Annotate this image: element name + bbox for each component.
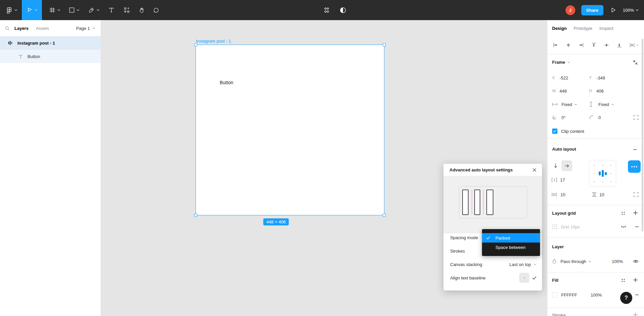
chevron-down-icon: [57, 9, 60, 11]
direction-vertical-button[interactable]: [550, 160, 561, 171]
panel-scrollbar[interactable]: [642, 39, 643, 231]
align-vertical-center-icon[interactable]: [604, 42, 609, 48]
item-spacing-input[interactable]: 17: [560, 177, 565, 182]
text-tool-button[interactable]: [105, 0, 118, 20]
component-actions-button[interactable]: [319, 0, 334, 20]
pen-tool-button[interactable]: [85, 0, 103, 20]
independent-corners-icon[interactable]: [633, 115, 639, 120]
page-selector[interactable]: Page 1: [76, 26, 95, 31]
vertical-padding-input[interactable]: 10: [599, 192, 604, 197]
tab-inspect[interactable]: Inspect: [599, 26, 613, 31]
horizontal-padding-input[interactable]: 10: [560, 192, 565, 197]
add-layout-grid-icon[interactable]: [633, 210, 638, 215]
avatar[interactable]: J: [566, 5, 575, 15]
direction-horizontal-button[interactable]: [561, 160, 572, 171]
chevron-down-icon: [588, 260, 591, 262]
layer-opacity-input[interactable]: 100%: [612, 259, 623, 264]
layout-grid-row[interactable]: Grid 10px: [552, 221, 641, 232]
align-top-icon[interactable]: [591, 42, 597, 48]
selected-frame[interactable]: Button: [196, 45, 384, 215]
rotation-radius-row: 0° 0: [552, 112, 641, 122]
blend-mode-dropdown[interactable]: Pass through: [560, 259, 591, 264]
remove-grid-icon[interactable]: [635, 224, 639, 229]
grid-styles-icon[interactable]: [621, 211, 625, 215]
chevron-down-icon: [636, 9, 639, 11]
add-stroke-icon[interactable]: [633, 312, 638, 316]
resize-handle-se[interactable]: [383, 214, 386, 217]
resize-handle-ne[interactable]: [383, 43, 386, 46]
rotation-input[interactable]: 0°: [561, 115, 566, 120]
comment-tool-button[interactable]: [149, 0, 163, 20]
mask-contrast-button[interactable]: [335, 0, 350, 20]
eye-icon[interactable]: [633, 259, 639, 263]
y-input[interactable]: -349: [596, 75, 605, 81]
text-tool-icon: [108, 7, 114, 13]
layer-row-text[interactable]: Button: [0, 50, 101, 63]
layers-panel-header: Layers Assets Page 1: [0, 20, 101, 36]
align-left-icon[interactable]: [553, 42, 558, 48]
layer-header: Layer: [552, 244, 564, 249]
diamond-cluster-icon: [323, 6, 331, 14]
fill-opacity-input[interactable]: 100%: [591, 293, 602, 298]
search-icon[interactable]: [5, 26, 10, 31]
fill-color-swatch[interactable]: [552, 292, 557, 298]
tab-assets[interactable]: Assets: [36, 26, 49, 31]
layer-row-frame[interactable]: Instagram post - 1: [0, 36, 101, 50]
width-input[interactable]: 448: [559, 89, 567, 94]
resize-handle-nw[interactable]: [194, 43, 197, 46]
chevron-down-icon: [567, 61, 570, 63]
tab-layers[interactable]: Layers: [14, 26, 29, 31]
resources-tool-button[interactable]: [119, 0, 134, 20]
help-button[interactable]: ?: [619, 291, 633, 305]
move-tool-button[interactable]: [22, 0, 42, 20]
remove-auto-layout-icon[interactable]: [633, 147, 637, 152]
resize-handle-sw[interactable]: [194, 214, 197, 217]
alignment-widget[interactable]: [589, 160, 616, 187]
chevron-down-icon: [76, 9, 79, 11]
close-icon[interactable]: [532, 168, 537, 172]
fill-hex-input[interactable]: FFFFFF: [561, 293, 577, 298]
corner-radius-input[interactable]: 0: [598, 115, 601, 120]
height-input[interactable]: 406: [596, 89, 604, 94]
checkmark-icon[interactable]: [532, 276, 537, 280]
tab-design[interactable]: Design: [552, 26, 567, 31]
advanced-layout-settings-button[interactable]: [628, 160, 641, 173]
frame-tool-button[interactable]: [46, 0, 64, 20]
tab-prototype[interactable]: Prototype: [574, 26, 592, 31]
shape-tool-button[interactable]: [65, 0, 83, 20]
clip-content-row: Clip content: [552, 126, 641, 136]
main-menu-button[interactable]: [3, 0, 20, 20]
horizontal-resizing-value: Fixed: [561, 102, 572, 107]
preview-bar: [474, 190, 480, 215]
zoom-level-dropdown[interactable]: 100%: [623, 8, 639, 13]
present-button[interactable]: [609, 6, 617, 14]
clip-content-checkbox[interactable]: [552, 128, 557, 134]
eye-closed-icon[interactable]: [621, 225, 627, 229]
add-fill-icon[interactable]: [633, 277, 638, 282]
menu-option-space-between[interactable]: Space between: [482, 243, 540, 252]
collapse-panel-icon[interactable]: [633, 60, 638, 65]
align-bottom-icon[interactable]: [616, 42, 622, 48]
blend-mode-icon: [552, 259, 556, 264]
align-right-icon[interactable]: [578, 42, 584, 48]
menu-option-packed[interactable]: Packed: [482, 233, 540, 243]
distribute-spacing-icon[interactable]: [629, 42, 639, 48]
remove-fill-icon[interactable]: [635, 293, 639, 297]
hand-tool-button[interactable]: [135, 0, 148, 20]
align-baseline-toggle[interactable]: -: [519, 273, 529, 283]
spacing-mode-label: Spacing mode: [450, 235, 478, 240]
vertical-resizing-dropdown[interactable]: Fixed: [598, 102, 614, 107]
align-horizontal-center-icon[interactable]: [566, 42, 571, 48]
canvas-stacking-dropdown[interactable]: Last on top: [509, 262, 537, 267]
x-input[interactable]: -522: [559, 75, 568, 81]
x-label: X: [552, 75, 555, 80]
horizontal-resizing-dropdown[interactable]: Fixed: [561, 102, 577, 107]
independent-padding-icon[interactable]: [633, 192, 639, 197]
frame-button-text[interactable]: Button: [220, 80, 233, 85]
grid-dots-icon: [552, 224, 557, 229]
fill-styles-icon[interactable]: [621, 278, 625, 282]
frame-section-header[interactable]: Frame: [552, 60, 570, 65]
figma-logo-icon: [6, 7, 13, 14]
share-button[interactable]: Share: [581, 5, 603, 15]
frame-title-label[interactable]: Instagram post - 1: [196, 39, 231, 44]
